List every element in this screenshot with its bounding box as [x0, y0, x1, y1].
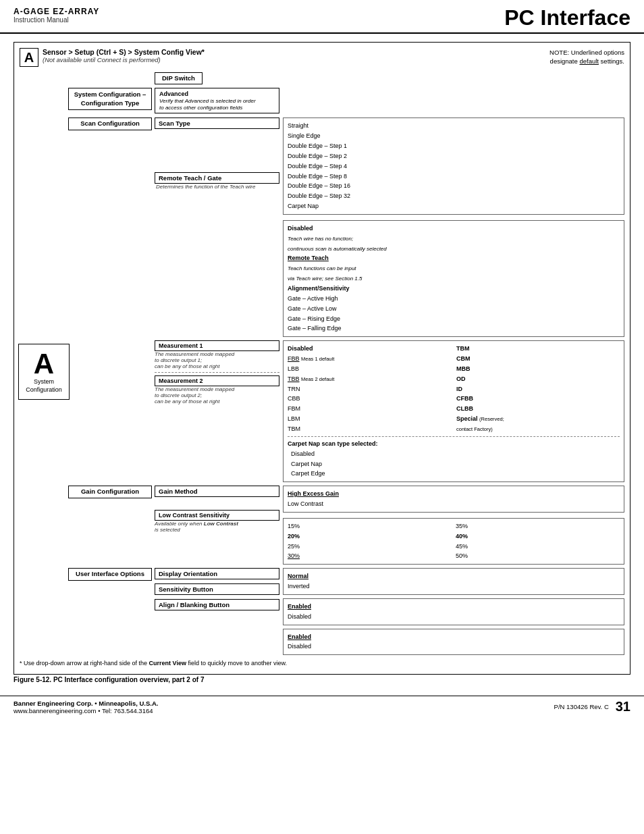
scan-config-col1: Scan Configuration — [68, 118, 155, 130]
opt-fbb: FBB Meas 1 default — [288, 355, 334, 362]
part-number: P/N 130426 Rev. C — [554, 703, 609, 710]
opt-fbm: FBM — [288, 405, 300, 412]
opt-id: ID — [456, 386, 462, 392]
diag-col-a: A SystemConfiguration — [20, 72, 68, 658]
display-orient-box: Display Orientation — [155, 568, 279, 579]
opt-low-contrast: Low Contrast — [288, 500, 323, 507]
opt-lbm: LBM — [288, 415, 300, 422]
ui-options-options-col: Normal Inverted Enabled Disabled Enabled… — [283, 568, 624, 655]
remote-teach-box: Remote Teach / Gate — [155, 172, 279, 184]
opt-lbb: LBB — [288, 365, 299, 372]
lc-left: 15% 20% 25% 30% — [288, 521, 452, 561]
system-config-label: SystemConfiguration — [26, 378, 62, 394]
opt-enabled-align: Enabled — [288, 633, 311, 640]
manual-label: Instruction Manual — [14, 16, 99, 24]
opt-mbb: MBB — [456, 365, 471, 372]
opt-trn: TRN — [288, 386, 300, 392]
section-badge: A — [20, 48, 38, 67]
col2-advanced: Advanced Verify that Advanced is selecte… — [155, 88, 283, 113]
opt-gate-falling: Gate – Falling Edge — [288, 325, 342, 332]
meas1-box: Measurement 1 — [155, 340, 279, 351]
scan-config-col2: Scan Type Remote Teach / Gate Determines… — [155, 118, 283, 190]
footer: Banner Engineering Corp. • Minneapolis, … — [0, 696, 644, 717]
gain-method-item: Gain Method — [155, 486, 279, 497]
meas-grid: Disabled FBB Meas 1 default LBB TBB Meas… — [288, 344, 620, 434]
opt-tbb: TBB Meas 2 default — [288, 375, 334, 382]
opt-high-excess: High Excess Gain — [288, 490, 339, 497]
opt-disabled: Disabled — [288, 225, 313, 232]
product-name: A-GAGE EZ-ARRAY — [14, 7, 99, 16]
scan-config-label: Scan Configuration — [68, 118, 152, 130]
dip-switch-row: DIP Switch — [68, 72, 624, 84]
sys-config-row: System Configuration –Configuration Type… — [68, 88, 624, 113]
opt-40: 40% — [456, 533, 468, 540]
page-title: PC Interface — [504, 7, 630, 28]
meas-right-col: TBM CBM MBB OD ID CFBB CLBB Special (Res… — [456, 344, 620, 434]
opt-carpet-nap2: Carpet Nap — [288, 461, 322, 467]
opt-tbm-r: TBM — [456, 345, 470, 352]
carpet-sep — [288, 436, 620, 437]
scan-config-options-col: Straight Single Edge Double Edge – Step … — [283, 118, 624, 337]
header: A-GAGE EZ-ARRAY Instruction Manual PC In… — [0, 0, 644, 34]
gain-config-col2: Gain Method Low Contrast Sensitivity Ava… — [155, 486, 283, 533]
header-left: A-GAGE EZ-ARRAY Instruction Manual — [14, 7, 99, 24]
opt-teach-wire-note: Teach wire has no function;continuous sc… — [288, 236, 387, 252]
figure-caption-bold: Figure 5-12. PC Interface configuration … — [14, 676, 204, 683]
remote-teach-item: Remote Teach / Gate Determines the funct… — [155, 172, 279, 190]
footer-left: Banner Engineering Corp. • Minneapolis, … — [14, 700, 158, 714]
gain-options-col: High Excess Gain Low Contrast 15% 20% 25… — [283, 486, 624, 565]
opt-gate-low: Gate – Active Low — [288, 305, 337, 312]
main-diagram: A SystemConfiguration DIP Switch System … — [20, 72, 624, 658]
advanced-title: Advanced — [159, 90, 188, 97]
opt-single-edge: Single Edge — [288, 132, 321, 139]
opt-od: OD — [456, 375, 466, 382]
opt-teach-func: Teach functions can be inputvia Teach wi… — [288, 265, 362, 282]
opt-double-step16: Double Edge – Step 16 — [288, 182, 350, 189]
carpet-nap-section: Carpet Nap scan type selected: Disabled … — [288, 439, 620, 479]
diagram-footnote: * Use drop-down arrow at right-hand side… — [20, 660, 624, 667]
opt-double-step32: Double Edge – Step 32 — [288, 192, 350, 199]
opt-carpet-edge: Carpet Edge — [288, 470, 325, 477]
ui-options-section: User Interface Options Display Orientati… — [68, 568, 624, 655]
display-orient-options: Normal Inverted — [283, 568, 624, 595]
gain-config-label: Gain Configuration — [68, 486, 152, 498]
diag-col-content: DIP Switch System Configuration –Configu… — [68, 72, 624, 658]
opt-clbb: CLBB — [456, 405, 473, 412]
align-blank-options: Enabled Disabled — [283, 629, 624, 656]
align-blank-item: Align / Blanking Button — [155, 599, 279, 610]
low-contrast-item: Low Contrast Sensitivity Available only … — [155, 510, 279, 533]
content: A Sensor > Setup (Ctrl + S) > System Con… — [0, 34, 644, 693]
opt-cbb: CBB — [288, 395, 300, 402]
scan-type-item: Scan Type — [155, 118, 279, 129]
opt-carpet-disabled: Disabled — [288, 450, 315, 457]
meas2-sub: The measurement mode mappedto discrete o… — [155, 386, 279, 405]
company-name: Banner Engineering Corp. • Minneapolis, … — [14, 700, 158, 707]
opt-cfbb: CFBB — [456, 395, 473, 402]
opt-inverted: Inverted — [288, 583, 310, 590]
lc-right: 35% 40% 45% 50% — [456, 521, 620, 561]
opt-gate-rising: Gate – Rising Edge — [288, 315, 340, 322]
gain-config-col1: Gain Configuration — [68, 486, 155, 498]
opt-normal: Normal — [288, 573, 308, 579]
path-subtext: (Not available until Connect is performe… — [43, 56, 205, 63]
gain-method-box: Gain Method — [155, 486, 279, 497]
low-contrast-options: 15% 20% 25% 30% 35% 40% 45% — [283, 518, 624, 565]
sys-config-type-box: System Configuration –Configuration Type — [68, 88, 152, 110]
opt-enabled-sens: Enabled — [288, 603, 311, 610]
ui-options-col1: User Interface Options — [68, 568, 155, 580]
advanced-box: Advanced Verify that Advanced is selecte… — [155, 88, 279, 113]
opt-disabled-sens: Disabled — [288, 613, 311, 620]
scan-type-options: Straight Single Edge Double Edge – Step … — [283, 118, 624, 215]
meas-left-col: Disabled FBB Meas 1 default LBB TBB Meas… — [288, 344, 451, 434]
opt-disabled-meas: Disabled — [288, 345, 313, 352]
meas2-item: Measurement 2 The measurement mode mappe… — [155, 375, 279, 405]
header-right: PC Interface — [504, 7, 630, 28]
low-contrast-sub: Available only when Low Contrastis selec… — [155, 521, 279, 533]
gain-config-section: Gain Configuration Gain Method Low Contr… — [68, 486, 624, 565]
opt-align-sens: Alignment/Sensitivity — [288, 285, 350, 292]
opt-carpet-nap: Carpet Nap — [288, 203, 319, 209]
carpet-nap-title: Carpet Nap scan type selected: — [288, 440, 378, 447]
opt-double-step2: Double Edge – Step 2 — [288, 153, 347, 159]
opt-disabled-align: Disabled — [288, 643, 311, 650]
system-config-box: A SystemConfiguration — [18, 344, 70, 400]
